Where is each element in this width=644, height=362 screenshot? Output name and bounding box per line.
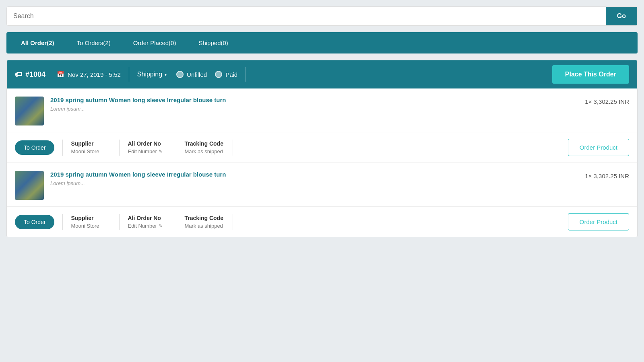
supplier-label-1: Supplier (71, 140, 111, 147)
order-card: 🏷 #1004 📅 Nov 27, 2019 - 5:52 Shipping ▾… (6, 60, 638, 237)
tracking-label-1: Tracking Code (184, 140, 225, 147)
product-price-value-2: 3,302.25 INR (594, 173, 629, 179)
status-paid: Paid (215, 71, 237, 78)
action-divider-2a (62, 214, 63, 230)
action-divider-1b (119, 140, 120, 156)
action-divider-1d (233, 140, 233, 156)
product-qty-1: 1× (585, 98, 592, 105)
supplier-col-1: Supplier Mooni Store (71, 140, 111, 154)
action-row-2: To Order Supplier Mooni Store Ali Order … (7, 207, 637, 237)
edit-icon-2: ✎ (159, 223, 162, 228)
chevron-down-icon: ▾ (165, 72, 167, 77)
supplier-value-1: Mooni Store (71, 148, 111, 154)
product-row-1: 2019 spring autumn Women long sleeve Irr… (7, 88, 637, 132)
tab-to-orders[interactable]: To Orders(2) (66, 32, 122, 53)
unfilled-dot (176, 71, 184, 78)
order-date-section: 📅 Nov 27, 2019 - 5:52 (57, 71, 121, 78)
paid-dot (215, 71, 222, 78)
to-order-button-1[interactable]: To Order (15, 140, 54, 155)
product-image-2 (15, 171, 44, 200)
action-divider-2c (176, 214, 176, 230)
tab-all-orders[interactable]: All Order(2) (10, 32, 66, 53)
supplier-label-2: Supplier (71, 215, 111, 221)
ali-order-value-1[interactable]: Edit Number ✎ (128, 148, 168, 154)
unfilled-label: Unfilled (187, 71, 207, 78)
product-desc-1: Lorem ipsum... (50, 106, 569, 112)
tab-order-placed[interactable]: Order Placed(0) (122, 32, 188, 53)
edit-icon-1: ✎ (159, 149, 162, 154)
product-qty-2: 1× (585, 173, 592, 179)
order-product-button-1[interactable]: Order Product (568, 139, 629, 156)
tracking-value-1[interactable]: Mark as shipped (184, 148, 225, 154)
tag-icon: 🏷 (15, 70, 22, 79)
product-image-placeholder-1 (15, 97, 44, 125)
to-order-button-2[interactable]: To Order (15, 215, 54, 229)
paid-label: Paid (225, 71, 237, 78)
ali-order-col-1: Ali Order No Edit Number ✎ (128, 140, 168, 154)
shipping-dropdown[interactable]: Shipping ▾ (137, 71, 167, 78)
tracking-col-2: Tracking Code Mark as shipped (184, 215, 225, 229)
tracking-label-2: Tracking Code (184, 215, 225, 221)
action-divider-1a (62, 140, 63, 156)
product-price-2: 1× 3,302.25 INR (585, 171, 629, 179)
action-divider-2d (233, 214, 233, 230)
order-id: #1004 (25, 70, 45, 79)
ali-order-col-2: Ali Order No Edit Number ✎ (128, 215, 168, 229)
search-input[interactable] (7, 7, 606, 25)
product-info-1: 2019 spring autumn Women long sleeve Irr… (50, 97, 569, 112)
action-divider-2b (119, 214, 120, 230)
supplier-value-2: Mooni Store (71, 223, 111, 229)
order-id-section: 🏷 #1004 (15, 70, 45, 79)
calendar-icon: 📅 (57, 71, 64, 78)
action-row-1: To Order Supplier Mooni Store Ali Order … (7, 132, 637, 162)
order-product-button-2[interactable]: Order Product (568, 213, 629, 230)
ali-order-label-2: Ali Order No (128, 215, 168, 221)
tab-shipped[interactable]: Shipped(0) (187, 32, 239, 53)
status-unfilled: Unfilled (176, 71, 207, 78)
product-title-1[interactable]: 2019 spring autumn Women long sleeve Irr… (50, 97, 569, 103)
status-section: Unfilled Paid (176, 71, 237, 78)
product-info-2: 2019 spring autumn Women long sleeve Irr… (50, 171, 569, 186)
header-divider-1 (129, 67, 129, 82)
header-divider-2 (246, 67, 246, 82)
product-image-1 (15, 97, 44, 125)
place-order-button[interactable]: Place This Order (552, 65, 629, 84)
shipping-label: Shipping (137, 71, 162, 78)
tracking-col-1: Tracking Code Mark as shipped (184, 140, 225, 154)
order-date: Nov 27, 2019 - 5:52 (68, 71, 121, 78)
product-desc-2: Lorem ipsum... (50, 180, 569, 186)
ali-order-value-2[interactable]: Edit Number ✎ (128, 223, 168, 229)
product-title-2[interactable]: 2019 spring autumn Women long sleeve Irr… (50, 171, 569, 178)
ali-order-label-1: Ali Order No (128, 140, 168, 147)
product-image-placeholder-2 (15, 171, 44, 200)
tab-bar: All Order(2) To Orders(2) Order Placed(0… (6, 32, 638, 53)
search-bar: Go (6, 6, 638, 26)
action-divider-1c (176, 140, 176, 156)
product-row-2: 2019 spring autumn Women long sleeve Irr… (7, 163, 637, 207)
supplier-col-2: Supplier Mooni Store (71, 215, 111, 229)
order-header: 🏷 #1004 📅 Nov 27, 2019 - 5:52 Shipping ▾… (7, 60, 637, 88)
product-price-1: 1× 3,302.25 INR (585, 97, 629, 105)
search-button[interactable]: Go (606, 7, 637, 25)
product-price-value-1: 3,302.25 INR (594, 98, 629, 105)
tracking-value-2[interactable]: Mark as shipped (184, 223, 225, 229)
